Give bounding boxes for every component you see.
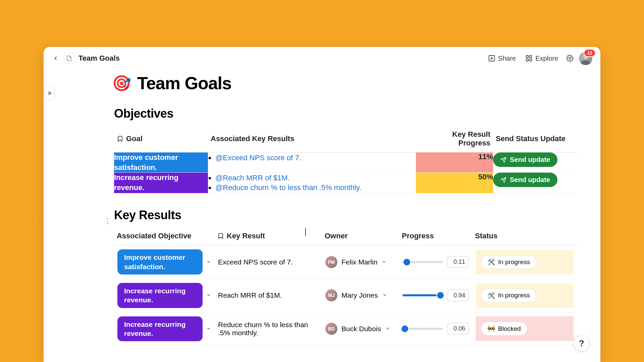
chevron-down-icon[interactable] [381,258,387,266]
col-owner[interactable]: Owner [322,228,399,245]
progress-cell [399,245,472,279]
goal-cell[interactable]: Increase recurring revenue. [114,173,208,193]
owner-cell: BDBuck Dubois [322,312,399,346]
send-cell: Send update [493,173,577,193]
assoc-objective-cell: Increase recurring revenue. [114,312,215,346]
svg-point-5 [569,57,571,59]
page-title-row: 🎯 Team Goals [112,73,577,93]
progress-cell [399,279,472,312]
assoc-kr-cell: @Reach MRR of $1M.@Reduce churn % to les… [208,173,416,193]
table-row: Increase recurring revenue.Reach MRR of … [114,279,577,312]
app-window: Team Goals Share Explore 12 🎯 Team Goals… [44,47,600,362]
explore-icon [525,55,533,62]
status-chip[interactable]: 🛠️In progress [481,289,536,302]
objective-pill[interactable]: Increase recurring revenue. [117,316,203,342]
help-button[interactable]: ? [574,335,590,351]
key-result-cell[interactable]: Reduce churn % to less than .5% monthly. [215,312,322,346]
keyresults-table: Associated Objective Key Result Owner Pr… [114,228,577,346]
key-result-cell[interactable]: Reach MRR of $1M. [215,279,322,312]
col-send-update[interactable]: Send Status Update [493,127,577,153]
topbar: Team Goals Share Explore 12 [44,47,600,70]
explore-button[interactable]: Explore [523,53,561,64]
kr-link[interactable]: @Exceed NPS score of 7. [215,154,301,162]
share-icon [488,55,495,62]
bookmark-icon [117,135,123,142]
expand-sidebar-button[interactable] [44,86,54,100]
owner-cell: MJMary Jones [322,279,399,312]
status-chip[interactable]: 🛠️In progress [481,255,536,269]
progress-slider[interactable] [402,328,443,330]
progress-slider[interactable] [402,294,443,296]
send-icon [500,157,506,163]
progress-input[interactable] [447,256,469,268]
col-assoc-kr[interactable]: Associated Key Results [208,127,416,153]
objective-pill[interactable]: Increase recurring revenue. [117,283,203,308]
send-cell: Send update [493,153,577,173]
goal-cell[interactable]: Improve customer satisfaction. [114,153,208,173]
chevron-down-icon[interactable] [206,258,211,266]
user-avatar[interactable]: 12 [579,52,592,65]
chevron-double-right-icon [46,90,52,96]
key-result-cell[interactable]: Exceed NPS score of 7. [215,245,322,279]
explore-label: Explore [535,55,558,62]
settings-button[interactable] [565,53,575,63]
svg-rect-1 [526,56,528,58]
chevron-down-icon[interactable] [385,325,390,333]
status-chip[interactable]: 🚧Blocked [481,322,527,336]
owner-name[interactable]: Felix Marlin [341,258,377,266]
owner-avatar: FM [325,256,337,268]
notification-badge: 12 [584,50,595,56]
col-kr-progress[interactable]: Key Result Progress [416,127,493,153]
assoc-kr-cell: @Exceed NPS score of 7. [208,153,416,173]
breadcrumb-title[interactable]: Team Goals [78,54,120,63]
progress-input[interactable] [447,290,469,301]
share-button[interactable]: Share [485,53,519,64]
col-key-result[interactable]: Key Result [215,228,322,245]
kr-link[interactable]: @Reach MRR of $1M. [215,174,290,182]
help-label: ? [579,338,584,349]
owner-name[interactable]: Mary Jones [341,291,378,299]
page-emoji[interactable]: 🎯 [112,74,131,92]
assoc-objective-cell: Improve customer satisfaction. [114,245,215,279]
col-goal[interactable]: Goal [114,127,208,153]
page-title[interactable]: Team Goals [137,73,231,93]
svg-rect-2 [530,56,532,58]
progress-cell: 50% [416,173,493,193]
col-status[interactable]: Status [472,228,577,245]
bookmark-icon [217,233,224,239]
objectives-heading: Objectives [114,107,577,121]
document-icon[interactable] [64,53,74,64]
col-progress[interactable]: Progress [399,228,472,245]
progress-slider[interactable] [402,261,443,263]
progress-cell: 11% [416,153,493,173]
row-actions-button[interactable]: ⋮ [104,217,111,226]
page-content: 🎯 Team Goals Objectives Goal Associated … [44,70,600,362]
owner-cell: FMFelix Marlin [322,245,399,279]
kr-link[interactable]: @Reduce churn % to less than .5% monthly… [215,183,361,192]
objective-pill[interactable]: Improve customer satisfaction. [117,249,203,275]
status-cell: 🛠️In progress [472,279,577,312]
send-icon [500,177,506,183]
chevron-down-icon[interactable] [206,291,211,299]
objectives-table: Goal Associated Key Results Key Result P… [114,127,577,193]
send-update-button[interactable]: Send update [493,153,557,167]
chevron-left-icon [52,55,59,62]
progress-input[interactable] [447,323,469,335]
share-label: Share [498,55,516,62]
owner-avatar: BD [325,323,337,335]
table-row: Increase recurring revenue.@Reach MRR of… [114,173,577,193]
table-row: Improve customer satisfaction.Exceed NPS… [114,245,577,279]
send-update-button[interactable]: Send update [493,173,557,187]
chevron-down-icon[interactable] [382,291,387,299]
status-cell: 🛠️In progress [472,245,577,279]
assoc-objective-cell: Increase recurring revenue. [114,279,215,312]
chevron-down-icon[interactable] [206,325,211,333]
table-row: Improve customer satisfaction.@Exceed NP… [114,153,577,173]
table-row: Increase recurring revenue.Reduce churn … [114,312,577,346]
text-cursor [305,228,306,236]
page-icon [66,55,72,61]
owner-name[interactable]: Buck Dubois [341,325,381,333]
col-assoc-obj[interactable]: Associated Objective [114,228,215,245]
back-button[interactable] [52,54,60,62]
owner-avatar: MJ [325,289,337,301]
